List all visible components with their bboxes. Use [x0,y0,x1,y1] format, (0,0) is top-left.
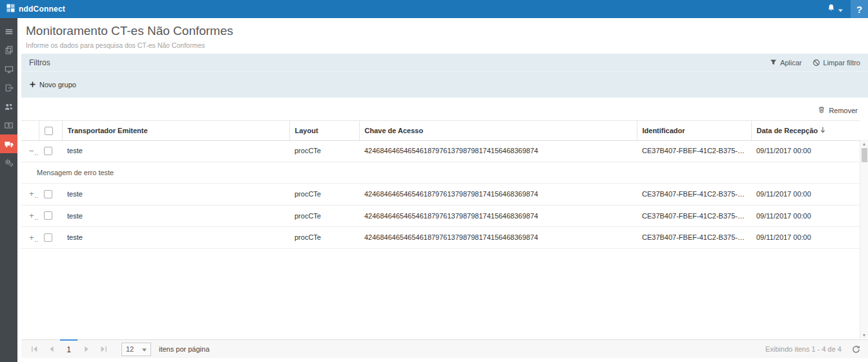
cell-data-recepcao: 09/11/2017 00:00 [751,205,860,227]
last-page-button[interactable] [95,340,112,358]
filters-title: Filtros [29,58,50,67]
users-icon [4,102,14,111]
cell-transportador: teste [62,184,289,206]
pager-right: Exibindo itens 1 - 4 de 4 [765,345,868,354]
column-label: Data de Recepção [757,127,818,134]
next-page-button[interactable] [78,340,95,358]
expand-row-button[interactable]: + [26,189,34,198]
notifications-menu[interactable] [820,0,851,18]
sidebar-item-billing[interactable]: $ [0,116,17,134]
pagination-bar: 1 12 itens por página Exibindo itens 1 -… [21,339,868,358]
monitor-icon [5,65,14,74]
cell-layout: procCTe [289,227,359,249]
table-row: − teste procCTe 424684646546546187976137… [21,140,860,162]
header-expand-column [21,121,39,141]
row-checkbox[interactable] [44,147,52,155]
grid-toolbar: Remover [17,98,868,115]
expand-row-button[interactable]: + [26,211,34,220]
pager-status: Exibindo itens 1 - 4 de 4 [765,345,842,353]
brand-grid-icon [6,3,15,15]
refresh-icon[interactable] [852,345,860,354]
sidebar-item-cte-monitoring[interactable] [0,134,17,153]
sidebar-item-documents[interactable] [0,41,17,59]
cell-transportador: teste [62,205,289,227]
sort-desc-icon [820,127,825,134]
cell-chave: 4246846465465461879761379879817415646836… [359,205,637,227]
table-row: + teste procCTe 424684646546546187976137… [21,227,860,249]
apply-filter-label: Aplicar [780,59,802,67]
filters-panel: Filtros Aplicar Limpar filtro [21,54,868,98]
sidebar-item-users[interactable] [0,97,17,116]
sidebar-item-export[interactable] [0,78,17,97]
sidebar: $ [0,18,17,362]
scroll-down-icon[interactable]: ▼ [860,331,868,339]
export-icon [5,83,14,92]
cell-data-recepcao: 09/11/2017 00:00 [751,184,860,206]
column-header-layout[interactable]: Layout [289,121,359,141]
filters-header: Filtros Aplicar Limpar filtro [21,54,868,71]
table-row: + teste procCTe 424684646546546187976137… [21,184,860,206]
scroll-up-icon[interactable]: ▲ [860,140,868,147]
apply-filter-button[interactable]: Aplicar [770,59,802,67]
documents-icon [5,45,14,55]
column-header-chave[interactable]: Chave de Acesso [359,121,637,141]
plus-icon [29,81,36,89]
column-header-data-recepcao[interactable]: Data de Recepção [751,121,860,141]
cell-identificador: CE37B407-FBEF-41C2-B375-17E71DFDC92F [637,205,751,227]
detail-row: Mensagem de erro teste [21,162,860,184]
new-group-button[interactable]: Novo grupo [29,81,76,89]
per-page-label: itens por página [159,345,209,353]
bell-icon [827,3,835,15]
funnel-icon [770,59,777,66]
page-header: Monitoramento CT-es Não Conformes Inform… [17,18,868,49]
brand[interactable]: nddConnect [0,3,72,15]
column-header-transportador[interactable]: Transportador Emitente [62,121,289,141]
row-checkbox[interactable] [44,211,52,220]
previous-page-button[interactable] [43,340,60,358]
cell-chave: 4246846465465461879761379879817415646836… [359,140,637,162]
column-label: Chave de Acesso [365,127,424,134]
row-checkbox[interactable] [44,190,52,198]
page-number-button[interactable]: 1 [60,339,78,358]
scrollbar-thumb[interactable] [862,148,867,162]
page-size-value: 12 [126,345,134,353]
cell-chave: 4246846465465461879761379879817415646836… [359,184,637,206]
cell-transportador: teste [62,140,289,162]
sidebar-item-settings[interactable] [0,153,17,172]
chevron-down-icon [838,3,843,15]
filters-body: Novo grupo [21,71,868,98]
page-subtitle: Informe os dados para pesquisa dos CT-es… [26,41,868,49]
clear-filter-button[interactable]: Limpar filtro [812,59,860,67]
cell-identificador: CE37B407-FBEF-41C2-B375-17E71DFDC92F [637,184,751,206]
table-header-row: Transportador Emitente Layout Chave de A… [21,121,860,141]
sidebar-item-devices[interactable] [0,59,17,78]
vertical-scrollbar[interactable]: ▲ ▼ [860,140,868,339]
gear-icon [4,158,14,167]
clear-filter-label: Limpar filtro [823,59,860,67]
row-checkbox[interactable] [44,233,52,242]
column-label: Transportador Emitente [68,127,148,134]
filters-actions: Aplicar Limpar filtro [770,59,860,67]
cell-data-recepcao: 09/11/2017 00:00 [751,227,860,249]
new-group-label: Novo grupo [39,81,76,89]
column-header-identificador[interactable]: Identificador [637,121,751,141]
header-checkbox-column [39,121,62,141]
cancel-circle-icon [812,59,820,67]
page-title: Monitoramento CT-es Não Conformes [26,24,868,38]
cell-chave: 4246846465465461879761379879817415646836… [359,227,637,249]
brand-name: nddConnect [19,5,65,14]
cell-identificador: CE37B407-FBEF-41C2-B375-17E71DFDC92F [637,227,751,249]
expand-row-button[interactable]: + [26,233,34,242]
column-label: Layout [295,127,318,134]
cte-grid: Transportador Emitente Layout Chave de A… [21,120,860,249]
hamburger-menu-icon [5,27,14,36]
remove-button[interactable]: Remover [818,105,858,115]
trash-icon [818,105,825,115]
page-size-select[interactable]: 12 [121,343,151,356]
cell-layout: procCTe [289,140,359,162]
first-page-button[interactable] [25,340,43,358]
sidebar-item-menu[interactable] [0,22,17,41]
select-all-checkbox[interactable] [45,127,53,135]
collapse-row-button[interactable]: − [26,147,34,155]
help-button[interactable]: ? [851,0,868,18]
